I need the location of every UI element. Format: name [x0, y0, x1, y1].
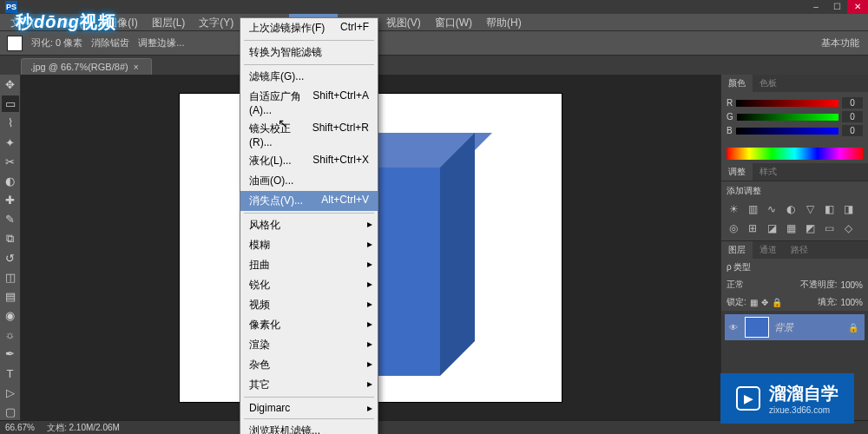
filter-menu-dropdown: 上次滤镜操作(F)Ctrl+F转换为智能滤镜滤镜库(G)...自适应广角(A).… [240, 17, 378, 434]
lock-all-icon[interactable]: 🔒 [772, 298, 782, 307]
channel-mixer-icon[interactable]: ⊞ [746, 221, 760, 235]
menu-item[interactable]: 浏览联机滤镜... [240, 421, 378, 434]
path-tool-icon[interactable]: ▷ [2, 385, 19, 401]
menu-文字[interactable]: 文字(Y) [192, 14, 240, 30]
menu-窗口[interactable]: 窗口(W) [428, 14, 479, 30]
color-spectrum[interactable] [727, 148, 863, 160]
brush-tool-icon[interactable]: ✎ [2, 211, 19, 227]
tab-adjustments[interactable]: 调整 [721, 163, 753, 181]
levels-icon[interactable]: ▥ [746, 202, 760, 216]
close-button[interactable]: ✕ [847, 0, 868, 14]
tab-layers[interactable]: 图层 [721, 241, 753, 259]
marquee-tool-icon[interactable]: ▭ [2, 95, 19, 112]
menu-帮助[interactable]: 帮助(H) [479, 14, 529, 30]
toolbox: ✥ ▭ ⌇ ✦ ✂ ◐ ✚ ✎ ⧉ ↺ ◫ ▤ ◉ ☼ ✒ T ▷ ▢ [0, 75, 21, 420]
refine-edge-button[interactable]: 调整边缘... [138, 36, 184, 49]
menu-图层[interactable]: 图层(L) [145, 14, 193, 30]
menu-item[interactable]: 模糊▸ [240, 235, 378, 255]
layer-name: 背景 [774, 321, 793, 334]
menu-item[interactable]: 液化(L)...Shift+Ctrl+X [240, 151, 378, 171]
photo-filter-icon[interactable]: ◎ [727, 221, 740, 235]
color-slider[interactable] [736, 100, 838, 107]
tab-channels[interactable]: 通道 [753, 241, 784, 259]
shape-tool-icon[interactable]: ▢ [2, 404, 19, 420]
brightness-icon[interactable]: ☀ [727, 202, 740, 216]
type-tool-icon[interactable]: T [2, 365, 19, 382]
hue-icon[interactable]: ◧ [822, 202, 836, 216]
workspace-label[interactable]: 基本功能 [821, 36, 859, 49]
menu-item[interactable]: 消失点(V)...Alt+Ctrl+V [240, 191, 378, 211]
layer-row[interactable]: 👁 背景 🔒 [725, 314, 865, 340]
layer-thumbnail[interactable] [745, 317, 769, 338]
menu-item[interactable]: 其它▸ [240, 375, 378, 395]
close-tab-icon[interactable]: × [134, 62, 139, 72]
channel-label: G [727, 112, 733, 122]
maximize-button[interactable]: ☐ [826, 0, 847, 14]
stamp-tool-icon[interactable]: ⧉ [2, 230, 19, 247]
posterize-icon[interactable]: ▦ [784, 221, 798, 235]
selective-color-icon[interactable]: ◇ [841, 221, 855, 235]
blend-mode[interactable]: 正常 [727, 279, 744, 291]
color-panel-tabs: 颜色 色板 [721, 75, 868, 92]
marquee-tool-indicator[interactable] [7, 36, 23, 51]
antialias-checkbox[interactable]: 消除锯齿 [91, 36, 129, 49]
color-value[interactable]: 0 [842, 97, 863, 108]
fill-value[interactable]: 100% [840, 298, 863, 307]
pen-tool-icon[interactable]: ✒ [2, 345, 19, 362]
lock-pixels-icon[interactable]: ▦ [750, 298, 758, 307]
color-slider[interactable] [737, 114, 838, 121]
menu-视图[interactable]: 视图(V) [379, 14, 428, 30]
eraser-tool-icon[interactable]: ◫ [2, 269, 19, 286]
menu-item[interactable]: Digimarc▸ [240, 399, 378, 417]
vibrance-icon[interactable]: ▽ [803, 202, 817, 216]
gradient-map-icon[interactable]: ▭ [822, 221, 836, 235]
history-brush-tool-icon[interactable]: ↺ [2, 250, 19, 266]
curves-icon[interactable]: ∿ [765, 202, 779, 216]
fill-label: 填充: [818, 296, 838, 308]
color-slider[interactable] [736, 128, 838, 135]
color-value[interactable]: 0 [842, 111, 863, 122]
eyedropper-tool-icon[interactable]: ◐ [2, 173, 19, 189]
lock-position-icon[interactable]: ✥ [761, 298, 768, 307]
opacity-value[interactable]: 100% [840, 280, 863, 290]
layer-kind[interactable]: ρ 类型 [727, 261, 751, 273]
move-tool-icon[interactable]: ✥ [2, 76, 19, 93]
menu-item[interactable]: 渲染▸ [240, 335, 378, 355]
menu-item[interactable]: 视频▸ [240, 295, 378, 315]
menu-item[interactable]: 锐化▸ [240, 275, 378, 295]
menu-item[interactable]: 像素化▸ [240, 315, 378, 335]
tab-color[interactable]: 颜色 [721, 75, 753, 92]
title-bar: PS [0, 0, 868, 14]
menu-item[interactable]: 扭曲▸ [240, 255, 378, 275]
invert-icon[interactable]: ◪ [765, 221, 779, 235]
watermark-logo-1: 秒dōng视频 [16, 10, 116, 34]
menu-item[interactable]: 滤镜库(G)... [240, 67, 378, 87]
options-bar: 羽化: 0 像素 消除锯齿 调整边缘... 基本功能 [0, 31, 868, 56]
lasso-tool-icon[interactable]: ⌇ [2, 115, 19, 131]
exposure-icon[interactable]: ◐ [784, 202, 798, 216]
menu-item[interactable]: 杂色▸ [240, 355, 378, 375]
dodge-tool-icon[interactable]: ☼ [2, 326, 19, 343]
zoom-level[interactable]: 66.67% [5, 423, 35, 432]
menu-item[interactable]: 镜头校正(R)...Shift+Ctrl+R [240, 119, 378, 151]
blur-tool-icon[interactable]: ◉ [2, 307, 19, 324]
healing-tool-icon[interactable]: ✚ [2, 192, 19, 208]
crop-tool-icon[interactable]: ✂ [2, 154, 19, 170]
menu-item[interactable]: 油画(O)... [240, 171, 378, 191]
minimize-button[interactable]: – [806, 0, 826, 14]
document-tab-bar: .jpg @ 66.7%(RGB/8#) × [0, 56, 868, 75]
menu-item[interactable]: 转换为智能滤镜 [240, 43, 378, 62]
menu-item[interactable]: 上次滤镜操作(F)Ctrl+F [240, 18, 378, 38]
bw-icon[interactable]: ◨ [841, 202, 855, 216]
gradient-tool-icon[interactable]: ▤ [2, 288, 19, 305]
wand-tool-icon[interactable]: ✦ [2, 135, 19, 151]
tab-styles[interactable]: 样式 [753, 163, 784, 181]
document-tab[interactable]: .jpg @ 66.7%(RGB/8#) × [21, 58, 152, 75]
menu-item[interactable]: 风格化▸ [240, 215, 378, 235]
menu-item[interactable]: 自适应广角(A)...Shift+Ctrl+A [240, 87, 378, 119]
threshold-icon[interactable]: ◩ [803, 221, 817, 235]
tab-paths[interactable]: 路径 [784, 241, 815, 259]
color-value[interactable]: 0 [842, 125, 863, 136]
tab-swatches[interactable]: 色板 [753, 75, 784, 92]
visibility-icon[interactable]: 👁 [727, 323, 740, 332]
